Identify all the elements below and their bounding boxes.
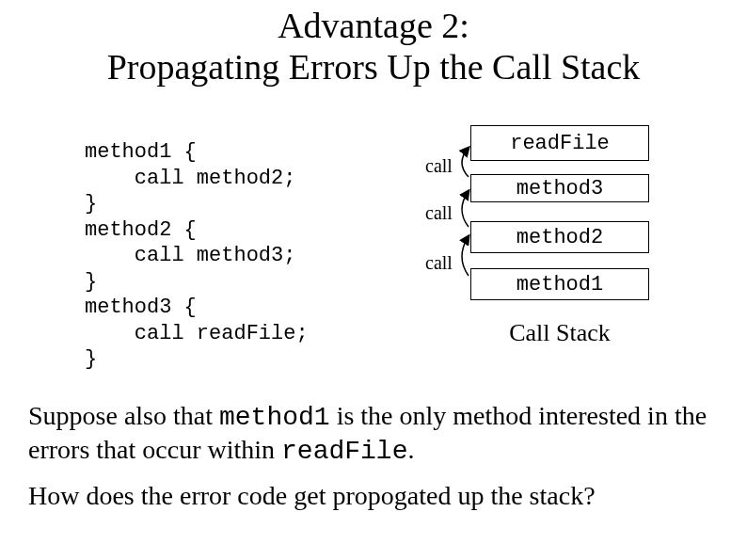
code-line: }: [85, 192, 97, 216]
code-line: }: [85, 270, 97, 294]
slide-title: Advantage 2: Propagating Errors Up the C…: [0, 6, 747, 88]
title-line-2: Propagating Errors Up the Call Stack: [107, 47, 641, 87]
code-block: method1 { call method2; } method2 { call…: [85, 139, 309, 373]
call-label-3: call: [425, 252, 453, 274]
question-text: How does the error code get propogated u…: [28, 480, 715, 512]
code-line: call method3;: [85, 244, 295, 267]
code-line: call method2;: [85, 167, 295, 190]
stack-item-method2: method2: [470, 221, 649, 253]
slide: Advantage 2: Propagating Errors Up the C…: [0, 0, 747, 560]
title-line-1: Advantage 2:: [278, 6, 469, 45]
para-text: .: [407, 435, 414, 464]
para-code-method1: method1: [219, 403, 330, 432]
stack-item-method3: method3: [470, 174, 649, 202]
code-line: method1 {: [85, 140, 197, 164]
call-stack-diagram: readFile method3 method2 method1 Call St…: [470, 125, 649, 347]
code-line: call readFile;: [85, 322, 309, 345]
code-line: method3 {: [85, 296, 197, 319]
body-paragraph: Suppose also that method1 is the only me…: [28, 400, 715, 467]
stack-item-readfile: readFile: [470, 125, 649, 161]
code-line: }: [85, 347, 97, 371]
stack-caption: Call Stack: [470, 319, 649, 347]
para-code-readfile: readFile: [281, 437, 407, 466]
code-line: method2 {: [85, 218, 197, 242]
call-label-2: call: [425, 202, 453, 224]
para-text: Suppose also that: [28, 401, 219, 430]
call-label-1: call: [425, 155, 453, 177]
stack-item-method1: method1: [470, 268, 649, 300]
